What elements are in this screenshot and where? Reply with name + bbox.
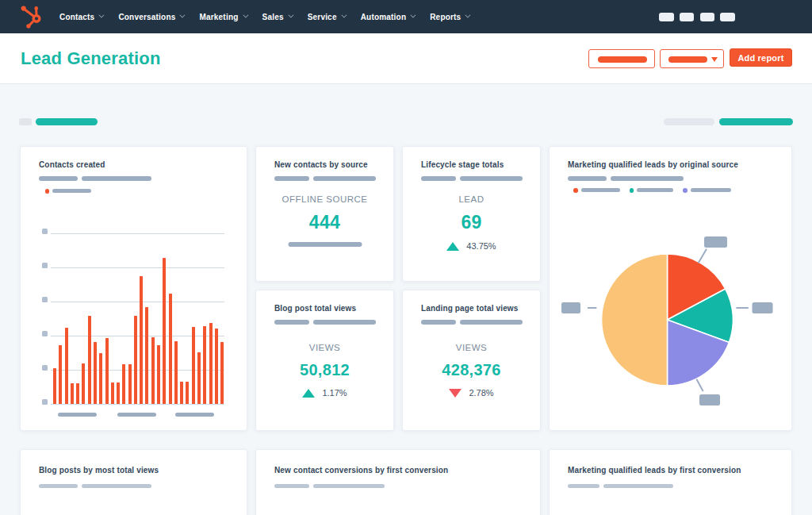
gridline: [51, 404, 224, 405]
nav-item-reports[interactable]: Reports: [430, 13, 469, 21]
card-subtitle-placeholders: [39, 484, 151, 489]
pie-slice-segment-4: [602, 254, 668, 386]
stat-label: VIEWS: [403, 343, 540, 352]
bar: [140, 276, 143, 404]
stat-value: 444: [256, 213, 393, 232]
y-axis-tick-placeholder: [42, 331, 48, 336]
nav-tool-icon-placeholder[interactable]: [680, 13, 695, 21]
card-blog-posts-by-most-total-views: Blog posts by most total views: [20, 449, 247, 515]
bar: [59, 345, 62, 404]
card-lifecycle-stage-totals: Lifecycle stage totals LEAD 69 43.75%: [402, 146, 541, 282]
nav-tool-icon-placeholder[interactable]: [720, 13, 735, 21]
nav-item-label: Reports: [430, 13, 461, 21]
x-axis-tick-placeholder: [58, 413, 97, 417]
card-title: New contacts by source: [274, 160, 368, 169]
logo-node: [26, 24, 30, 28]
left-control-placeholder[interactable]: [36, 118, 98, 125]
skeleton-bar: [274, 320, 309, 325]
nav-item-label: Marketing: [199, 13, 238, 21]
logo-spoke: [25, 10, 34, 16]
delta-up-icon: [446, 242, 459, 251]
chevron-down-icon: [180, 13, 186, 18]
card-subtitle-placeholders: [421, 320, 523, 325]
bar: [128, 364, 132, 404]
stat-delta: 2.78%: [403, 388, 540, 398]
card-title: New contact conversions by first convers…: [274, 466, 448, 475]
logo-strokes: [25, 10, 40, 25]
page-title: Lead Generation: [21, 48, 161, 70]
skeleton-bar: [603, 484, 673, 489]
y-axis-tick-placeholder: [42, 365, 48, 371]
right-control-placeholder-light[interactable]: [664, 118, 714, 125]
filter-label-placeholder: [598, 56, 647, 63]
stat-label: OFFLINE SOURCE: [256, 194, 393, 204]
card-title: Blog posts by most total views: [39, 466, 159, 475]
bar: [122, 364, 125, 404]
nav-item-contacts[interactable]: Contacts: [59, 13, 102, 21]
stat-label: LEAD: [403, 194, 540, 204]
skeleton-bar: [39, 484, 78, 489]
skeleton-bar: [313, 320, 376, 325]
delta-up-icon: [302, 389, 315, 398]
card-subtitle-placeholders: [39, 176, 151, 181]
nav-menu: ContactsConversationsMarketingSalesServi…: [59, 0, 469, 33]
nav-item-service[interactable]: Service: [308, 13, 345, 21]
gridline: [51, 267, 224, 268]
bar: [105, 338, 109, 404]
delta-value: 43.75%: [466, 241, 496, 251]
view-toggle-placeholder[interactable]: [19, 118, 32, 125]
bar: [71, 383, 74, 404]
stat-delta: 1.17%: [256, 388, 393, 398]
bar: [203, 326, 206, 404]
bar: [157, 345, 160, 404]
card-subtitle-placeholders: [568, 484, 673, 489]
pie-label-placeholder: [753, 302, 773, 313]
dashboard-actions-dropdown[interactable]: [660, 49, 724, 68]
add-report-button[interactable]: Add report: [730, 48, 792, 67]
y-axis-tick-placeholder: [42, 263, 48, 268]
skeleton-bar: [460, 176, 523, 181]
nav-tool-icon-placeholder[interactable]: [700, 13, 715, 21]
bar: [111, 382, 114, 404]
delta-value: 2.78%: [469, 388, 493, 398]
bar: [82, 363, 85, 404]
bar: [209, 323, 213, 404]
skeleton-bar: [313, 176, 376, 181]
bar: [192, 327, 195, 404]
skeleton-bar: [313, 484, 385, 489]
bar: [145, 307, 148, 404]
logo-node: [21, 6, 26, 11]
card-title: Contacts created: [39, 160, 105, 169]
nav-item-sales[interactable]: Sales: [262, 13, 292, 21]
logo-node: [34, 6, 38, 10]
stat-label: VIEWS: [256, 343, 393, 352]
stat-delta: 43.75%: [403, 241, 540, 251]
card-mql-by-first-conversion: Marketing qualified leads by first conve…: [549, 449, 792, 515]
stat-value: 428,376: [403, 362, 540, 378]
top-navbar: ContactsConversationsMarketingSalesServi…: [0, 0, 812, 33]
skeleton-bar: [460, 320, 523, 325]
bar: [117, 382, 120, 404]
bar: [94, 342, 97, 404]
card-title: Marketing qualified leads by first conve…: [568, 466, 741, 475]
hubspot-logo-icon[interactable]: [19, 5, 43, 29]
stat-value: 69: [403, 213, 540, 232]
card-title: Landing page total views: [421, 304, 519, 313]
logo-spoke: [29, 21, 33, 25]
right-control-placeholder-teal[interactable]: [719, 118, 793, 125]
card-new-contacts-by-source: New contacts by source OFFLINE SOURCE 44…: [255, 146, 394, 282]
gridline: [51, 336, 224, 336]
nav-item-automation[interactable]: Automation: [361, 13, 415, 21]
x-axis-tick-placeholder: [117, 413, 156, 417]
bar: [174, 341, 178, 404]
nav-item-conversations[interactable]: Conversations: [118, 13, 183, 21]
nav-tool-icon-placeholder[interactable]: [659, 13, 674, 21]
nav-item-marketing[interactable]: Marketing: [199, 13, 246, 21]
bar: [99, 353, 102, 404]
dashboard-filter-button[interactable]: [588, 49, 655, 68]
skeleton-bar: [274, 484, 309, 489]
card-title: Lifecycle stage totals: [421, 160, 504, 169]
bar: [215, 329, 218, 404]
chevron-down-icon: [465, 13, 471, 18]
bar: [53, 368, 56, 404]
